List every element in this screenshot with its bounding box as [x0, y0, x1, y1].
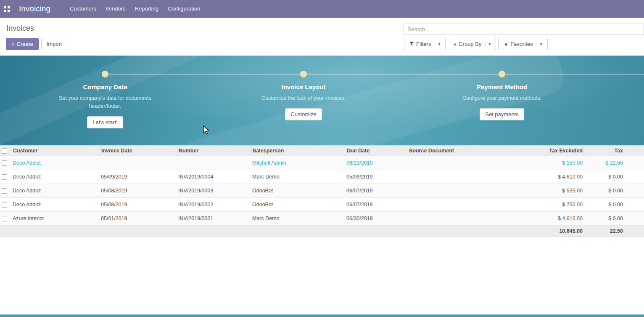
cell-tax: $ 0.00	[583, 202, 644, 208]
cell-invoice-date: 05/08/2019	[100, 202, 177, 208]
filter-icon	[409, 42, 414, 46]
cell-salesperson: OdooBot	[251, 188, 346, 194]
favorites-label: Favorites	[510, 41, 533, 47]
cell-due-date: 06/30/2019	[346, 216, 408, 221]
group-by-button[interactable]: ≡ Group By ▾	[448, 38, 496, 50]
create-button[interactable]: + Create	[6, 38, 39, 50]
onboarding-step-company-data: Company Data Set your company's data for…	[42, 56, 168, 128]
bottom-strip	[0, 314, 644, 317]
cell-tax-excluded: $ 150.00	[513, 160, 583, 166]
invoicing-app: Invoicing Customers Vendors Reporting Co…	[0, 0, 644, 317]
cell-tax: $ 22.50	[583, 160, 644, 166]
cell-number: INV/2019/0001	[177, 216, 251, 221]
table-row[interactable]: Deco Addict 05/08/2019 INV/2019/0003 Odo…	[0, 184, 644, 198]
group-by-icon: ≡	[453, 41, 456, 47]
onboarding-step-payment-method: Payment Method Configure your payment me…	[439, 56, 565, 120]
lets-start-button[interactable]: Let's start!	[87, 116, 123, 128]
cell-customer: Deco Addict	[12, 174, 100, 180]
app-brand[interactable]: Invoicing	[19, 4, 50, 13]
group-by-label: Group By	[458, 41, 481, 47]
cell-tax-excluded: $ 525.00	[513, 188, 583, 194]
table-row[interactable]: Deco Addict 05/08/2019 INV/2019/0002 Odo…	[0, 198, 644, 212]
filters-label: Filters	[416, 41, 431, 47]
row-checkbox[interactable]	[2, 202, 7, 208]
favorites-button[interactable]: ★ Favorites ▾	[498, 38, 547, 50]
cell-salesperson: OdooBot	[251, 202, 346, 208]
table-row[interactable]: Deco Addict 05/09/2019 INV/2019/0004 Mar…	[0, 170, 644, 184]
cell-tax: $ 0.00	[583, 216, 644, 221]
cell-customer: Deco Addict	[12, 202, 100, 208]
select-all-cell	[0, 148, 12, 154]
column-header-salesperson[interactable]: Salesperson	[251, 146, 346, 156]
table-body: Deco Addict Mitchell Admin 06/23/2019 $ …	[0, 156, 644, 226]
action-buttons: + Create Import	[6, 38, 67, 50]
cell-invoice-date: 05/09/2019	[100, 174, 177, 180]
table-row[interactable]: Deco Addict Mitchell Admin 06/23/2019 $ …	[0, 156, 644, 170]
menu-customers[interactable]: Customers	[65, 0, 101, 18]
column-header-invoice-date[interactable]: Invoice Date	[100, 146, 177, 156]
row-checkbox[interactable]	[2, 216, 7, 221]
cell-tax: $ 0.00	[583, 188, 644, 194]
cell-customer: Deco Addict	[12, 160, 100, 166]
import-button[interactable]: Import	[41, 38, 68, 50]
chevron-down-icon: ▾	[537, 41, 542, 47]
cell-due-date: 06/23/2019	[346, 160, 408, 166]
table-row[interactable]: Azure Interior 05/01/2019 INV/2019/0001 …	[0, 212, 644, 226]
step-title: Invoice Layout	[240, 83, 367, 91]
breadcrumb: Invoices	[6, 24, 34, 33]
column-header-due-date[interactable]: Due Date	[346, 146, 408, 156]
create-button-label: Create	[17, 41, 33, 47]
step-description: Configure your payment methods.	[454, 94, 550, 102]
select-all-checkbox[interactable]	[2, 148, 7, 154]
search-filter-controls: Filters ▾ ≡ Group By ▾ ★ Favorites ▾	[404, 38, 548, 50]
cell-salesperson: Mitchell Admin	[251, 160, 346, 166]
cell-tax-excluded: $ 4,610.00	[513, 174, 583, 180]
onboarding-banner: Company Data Set your company's data for…	[0, 56, 644, 145]
cell-due-date: 06/07/2019	[346, 202, 408, 208]
step-description: Set your company's data for documents he…	[57, 94, 153, 110]
step-title: Payment Method	[439, 83, 565, 91]
cell-invoice-date: 05/08/2019	[100, 188, 177, 194]
cell-tax-excluded: $ 750.00	[513, 202, 583, 208]
column-header-customer[interactable]: Customer	[12, 146, 100, 156]
filters-button[interactable]: Filters ▾	[404, 38, 446, 50]
column-header-source-document[interactable]: Source Document	[408, 146, 513, 156]
cell-number: INV/2019/0003	[177, 188, 251, 194]
row-checkbox[interactable]	[2, 174, 7, 180]
step-description: Customize the look of your invoices.	[255, 94, 352, 102]
star-icon: ★	[504, 41, 508, 47]
top-menu: Customers Vendors Reporting Configuratio…	[65, 0, 205, 18]
cell-due-date: 05/09/2019	[346, 174, 408, 180]
search-input[interactable]	[404, 24, 644, 35]
cell-number: INV/2019/0004	[177, 174, 251, 180]
cell-tax-excluded: $ 4,610.00	[513, 216, 583, 221]
cell-due-date: 06/07/2019	[346, 188, 408, 194]
menu-vendors[interactable]: Vendors	[101, 0, 130, 18]
customize-button[interactable]: Customize	[285, 108, 322, 120]
cell-tax: $ 0.00	[583, 174, 644, 180]
apps-menu-icon[interactable]	[4, 6, 10, 12]
cell-customer: Deco Addict	[12, 188, 100, 194]
row-checkbox[interactable]	[2, 188, 7, 194]
chevron-down-icon: ▾	[435, 41, 440, 47]
chevron-down-icon: ▾	[485, 41, 491, 47]
total-tax-excluded: 10,645.00	[513, 228, 583, 234]
table-header-row: Customer Invoice Date Number Salesperson…	[0, 145, 644, 156]
cell-salesperson: Marc Demo	[251, 174, 346, 180]
row-checkbox[interactable]	[2, 160, 7, 166]
column-header-tax-excluded[interactable]: Tax Excluded	[513, 146, 583, 156]
menu-reporting[interactable]: Reporting	[130, 0, 163, 18]
column-header-tax[interactable]: Tax	[583, 146, 644, 156]
step-title: Company Data	[42, 83, 168, 91]
cell-customer: Azure Interior	[12, 216, 100, 221]
set-payments-button[interactable]: Set payments	[480, 108, 524, 120]
control-panel: Invoices + Create Import Filters ▾ ≡ Gro…	[0, 18, 644, 55]
plus-icon: +	[11, 41, 15, 47]
menu-configuration[interactable]: Configuration	[163, 0, 205, 18]
invoice-list: Customer Invoice Date Number Salesperson…	[0, 145, 644, 237]
cell-invoice-date: 05/01/2019	[100, 216, 177, 221]
column-header-number[interactable]: Number	[177, 146, 251, 156]
cell-salesperson: Marc Demo	[251, 216, 346, 221]
top-navbar: Invoicing Customers Vendors Reporting Co…	[0, 0, 644, 18]
table-footer-row: 10,645.00 22.50	[0, 226, 644, 237]
